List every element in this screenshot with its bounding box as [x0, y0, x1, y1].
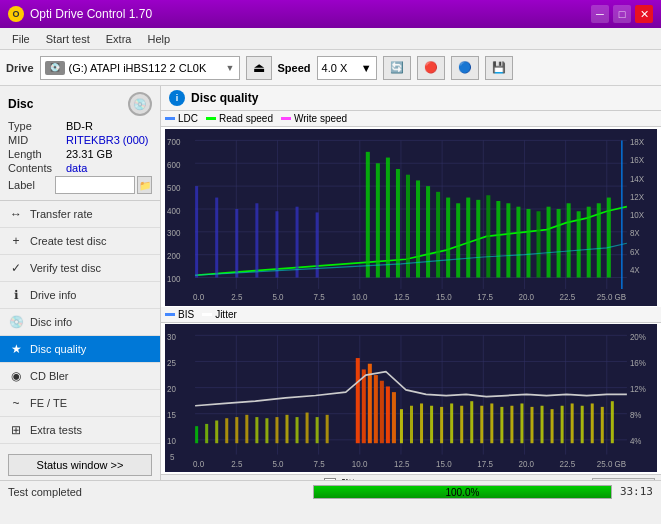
disc-section-title: Disc	[8, 97, 33, 111]
disc-label-key: Label	[8, 179, 55, 191]
svg-text:12%: 12%	[630, 384, 646, 395]
svg-rect-134	[601, 407, 604, 443]
svg-text:5.0: 5.0	[272, 292, 283, 303]
sidebar-item-label-drive-info: Drive info	[30, 289, 76, 301]
bis-label: BIS	[178, 309, 194, 320]
ldc-color-dot	[165, 117, 175, 120]
menu-help[interactable]: Help	[139, 31, 178, 47]
extra-tests-icon: ⊞	[8, 422, 24, 438]
progress-bar: 100.0%	[313, 485, 612, 499]
create-disc-icon: +	[8, 233, 24, 249]
svg-text:16%: 16%	[630, 358, 646, 369]
panel-title: Disc quality	[191, 91, 258, 105]
eject-button[interactable]: ⏏	[246, 56, 272, 80]
svg-rect-120	[460, 406, 463, 443]
svg-text:17.5: 17.5	[477, 292, 493, 303]
svg-text:17.5: 17.5	[477, 459, 493, 470]
svg-rect-44	[557, 209, 561, 278]
svg-rect-117	[430, 406, 433, 443]
sidebar-item-cd-bler[interactable]: ◉ CD Bler	[0, 363, 160, 390]
sidebar-item-create-test-disc[interactable]: + Create test disc	[0, 228, 160, 255]
svg-rect-102	[285, 415, 288, 443]
toolbar: Drive 💽 (G:) ATAPI iHBS112 2 CL0K ▼ ⏏ Sp…	[0, 50, 661, 86]
drive-selector[interactable]: 💽 (G:) ATAPI iHBS112 2 CL0K ▼	[40, 56, 240, 80]
svg-text:15: 15	[167, 410, 176, 421]
svg-rect-93	[195, 426, 198, 443]
refresh-button[interactable]: 🔄	[383, 56, 411, 80]
svg-rect-27	[386, 158, 390, 278]
svg-rect-26	[376, 163, 380, 277]
menu-file[interactable]: File	[4, 31, 38, 47]
svg-text:10.0: 10.0	[352, 459, 368, 470]
svg-rect-97	[235, 417, 238, 443]
svg-text:0.0: 0.0	[193, 459, 204, 470]
svg-rect-35	[466, 198, 470, 278]
sidebar-item-disc-quality[interactable]: ★ Disc quality	[0, 336, 160, 363]
svg-text:12X: 12X	[630, 191, 645, 202]
save-button[interactable]: 💾	[485, 56, 513, 80]
jitter-label: Jitter	[215, 309, 237, 320]
sidebar-item-label-create-test-disc: Create test disc	[30, 235, 106, 247]
svg-rect-133	[591, 404, 594, 444]
svg-rect-24	[316, 212, 319, 277]
sidebar-item-extra-tests[interactable]: ⊞ Extra tests	[0, 417, 160, 444]
mid-value: RITEKBR3 (000)	[66, 134, 152, 146]
svg-rect-31	[426, 186, 430, 277]
svg-rect-118	[440, 407, 443, 443]
svg-text:0.0: 0.0	[193, 292, 204, 303]
disc-label-input[interactable]	[55, 176, 135, 194]
sidebar-item-transfer-rate[interactable]: ↔ Transfer rate	[0, 201, 160, 228]
sidebar-item-verify-test-disc[interactable]: ✓ Verify test disc	[0, 255, 160, 282]
sidebar-item-label-fe-te: FE / TE	[30, 397, 67, 409]
erase-button[interactable]: 🔵	[451, 56, 479, 80]
svg-rect-47	[587, 207, 591, 278]
svg-text:2.5: 2.5	[231, 459, 242, 470]
jitter-color-dot	[202, 313, 212, 316]
svg-text:22.5: 22.5	[560, 459, 576, 470]
charts-wrapper: LDC Read speed Write speed	[161, 111, 661, 480]
svg-rect-132	[581, 406, 584, 443]
svg-rect-111	[380, 381, 384, 443]
legend-write-speed: Write speed	[281, 113, 347, 124]
bottom-bar: Test completed 100.0% 33:13	[0, 480, 661, 502]
sidebar-item-disc-info[interactable]: 💿 Disc info	[0, 309, 160, 336]
sidebar-nav: ↔ Transfer rate + Create test disc ✓ Ver…	[0, 201, 160, 450]
lower-chart-svg: 30 25 20 15 10 5 20% 16% 12% 8% 4% 0.0 2…	[165, 324, 657, 472]
svg-text:7.5: 7.5	[314, 459, 325, 470]
burn-button[interactable]: 🔴	[417, 56, 445, 80]
main-content: Disc 💿 Type BD-R MID RITEKBR3 (000) Leng…	[0, 86, 661, 480]
svg-text:10: 10	[167, 436, 176, 447]
disc-label-browse-button[interactable]: 📁	[137, 176, 152, 194]
svg-text:25: 25	[167, 358, 176, 369]
svg-rect-34	[456, 203, 460, 277]
svg-text:20%: 20%	[630, 332, 646, 343]
jitter-checkbox[interactable]: ✓	[324, 478, 336, 480]
svg-rect-29	[406, 175, 410, 278]
write-speed-label: Write speed	[294, 113, 347, 124]
maximize-button[interactable]: □	[613, 5, 631, 23]
time-display: 33:13	[620, 485, 653, 498]
svg-rect-40	[516, 207, 520, 278]
sidebar-item-fe-te[interactable]: ~ FE / TE	[0, 390, 160, 417]
menu-start-test[interactable]: Start test	[38, 31, 98, 47]
svg-rect-122	[480, 406, 483, 443]
transfer-rate-icon: ↔	[8, 206, 24, 222]
svg-text:700: 700	[167, 136, 181, 147]
svg-rect-48	[597, 203, 601, 277]
svg-rect-128	[541, 406, 544, 443]
disc-info-icon: 💿	[8, 314, 24, 330]
svg-text:25.0 GB: 25.0 GB	[597, 292, 627, 303]
speed-selector[interactable]: 4.0 X ▼	[317, 56, 377, 80]
status-window-button[interactable]: Status window >>	[8, 454, 152, 476]
menu-extra[interactable]: Extra	[98, 31, 140, 47]
minimize-button[interactable]: ─	[591, 5, 609, 23]
start-full-button[interactable]: Start full	[592, 478, 655, 480]
svg-text:20.0: 20.0	[518, 292, 534, 303]
sidebar-item-drive-info[interactable]: ℹ Drive info	[0, 282, 160, 309]
svg-text:18X: 18X	[630, 136, 645, 147]
window-controls: ─ □ ✕	[591, 5, 653, 23]
chevron-down-icon: ▼	[226, 63, 235, 73]
svg-rect-101	[275, 417, 278, 443]
svg-rect-43	[547, 207, 551, 278]
close-button[interactable]: ✕	[635, 5, 653, 23]
